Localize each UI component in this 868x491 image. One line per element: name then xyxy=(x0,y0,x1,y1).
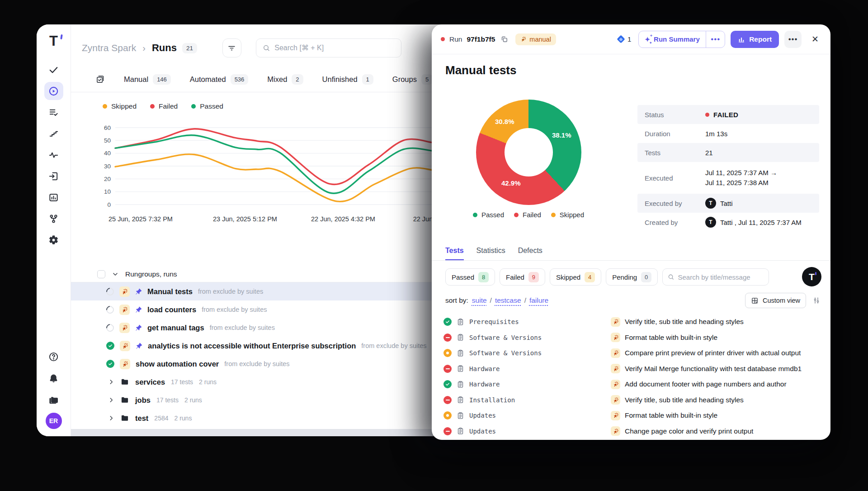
tab-tests[interactable]: Tests xyxy=(445,242,464,260)
chip-failed[interactable]: Failed9 xyxy=(500,268,545,286)
legend-passed: Passed xyxy=(473,211,504,219)
sidebar-item-checklist[interactable] xyxy=(44,103,63,121)
test-title-cell[interactable]: Verify title, sub title and heading styl… xyxy=(611,317,830,327)
more-actions-button[interactable]: ••• xyxy=(784,31,802,48)
run-origin: from exclude by suites xyxy=(224,360,289,367)
sidebar-item-runs[interactable] xyxy=(44,82,63,100)
global-search[interactable] xyxy=(256,38,401,57)
tab-defects[interactable]: Defects xyxy=(518,242,542,260)
run-title[interactable]: get manual tags xyxy=(147,324,204,332)
created-by-row: Created by TTatti , Jul 11, 2025 7:37 AM xyxy=(637,213,819,232)
copy-icon[interactable] xyxy=(500,35,508,43)
sidebar-item-projects[interactable] xyxy=(44,391,63,409)
report-bars-icon xyxy=(738,36,745,43)
chip-skipped[interactable]: Skipped4 xyxy=(550,268,601,286)
sort-by-failure[interactable]: failure xyxy=(529,296,548,305)
sidebar-item-notifications[interactable] xyxy=(44,369,63,387)
test-suite-cell[interactable]: Software & Versions xyxy=(443,334,611,342)
folder-name[interactable]: services xyxy=(135,378,165,386)
run-summary-button[interactable]: ✦+✦ Run Summary ••• xyxy=(638,31,725,48)
folder-name[interactable]: test xyxy=(135,414,148,423)
sidebar-item-analytics[interactable] xyxy=(44,188,63,206)
test-title-cell[interactable]: Format table with built-in style xyxy=(611,411,830,420)
linked-issues[interactable]: 1 xyxy=(618,35,631,43)
sort-by-suite[interactable]: suite xyxy=(472,296,487,305)
legend-skipped: Skipped xyxy=(551,211,584,219)
run-title[interactable]: Manual tests xyxy=(147,287,193,296)
tab-statistics[interactable]: Statistics xyxy=(476,242,505,260)
chip-pending[interactable]: Pending0 xyxy=(606,268,658,286)
tab-automated[interactable]: Automated536 xyxy=(190,74,249,85)
chevron-down-icon[interactable] xyxy=(112,271,119,278)
breadcrumb-project[interactable]: Zyntra Spark xyxy=(82,43,136,53)
sidebar-item-tasks[interactable] xyxy=(44,61,63,79)
test-suite-cell[interactable]: Hardware xyxy=(443,380,611,388)
tests-search[interactable] xyxy=(662,268,769,286)
run-status-table: Status FAILED Duration 1m 13s Tests 21 E… xyxy=(637,105,819,232)
test-suite-cell[interactable]: Software & Versions xyxy=(443,349,611,357)
run-title[interactable]: load counters xyxy=(147,305,196,314)
chevron-right-icon[interactable] xyxy=(108,415,114,421)
filter-button[interactable] xyxy=(222,38,241,57)
report-button[interactable]: Report xyxy=(731,31,779,48)
custom-view-button[interactable]: Custom view xyxy=(745,293,806,308)
tab-count: 146 xyxy=(153,74,171,85)
test-suite-cell[interactable]: Updates xyxy=(443,411,611,419)
running-status-icon xyxy=(105,322,116,333)
status-filter-chips: Passed8 Failed9 Skipped4 Pending0 xyxy=(445,268,769,286)
sidebar-item-steps[interactable] xyxy=(44,124,63,143)
folder-runs-count: 2 runs xyxy=(184,396,202,404)
test-title-cell[interactable]: Verify Mail Merge functionality with tes… xyxy=(611,364,830,373)
test-title-cell[interactable]: Change page color and verify print outpu… xyxy=(611,426,830,436)
tab-manual[interactable]: Manual146 xyxy=(124,74,171,85)
manual-badge[interactable]: manual xyxy=(515,33,556,45)
sort-by-testcase[interactable]: testcase xyxy=(495,296,521,305)
tab-unfinished[interactable]: Unfinished1 xyxy=(322,74,373,85)
sidebar-item-help[interactable] xyxy=(44,348,63,366)
run-title[interactable]: show automation cover xyxy=(136,360,219,368)
run-detail-tabs: Tests Statistics Defects xyxy=(432,242,830,261)
legend-passed: Passed xyxy=(191,102,223,110)
svg-text:20: 20 xyxy=(104,176,111,182)
test-suite-cell[interactable]: Updates xyxy=(443,427,611,435)
support-avatar-button[interactable]: T xyxy=(802,267,821,286)
test-title-cell[interactable]: Format table with built-in style xyxy=(611,333,830,342)
tab-mixed[interactable]: Mixed2 xyxy=(267,74,303,85)
chip-passed[interactable]: Passed8 xyxy=(445,268,495,286)
sliders-icon[interactable] xyxy=(812,296,821,305)
test-title-cell[interactable]: Verify title, sub title and heading styl… xyxy=(611,395,830,405)
select-all-checkbox[interactable] xyxy=(97,270,105,278)
table-grid-icon xyxy=(751,297,759,305)
sparkles-icon: ✦+✦ xyxy=(645,36,650,43)
test-suite-cell[interactable]: Prerequisites xyxy=(443,318,611,326)
folder-tests-count: 2584 xyxy=(154,415,168,422)
test-title-cell[interactable]: Compare print preview of printer driver … xyxy=(611,348,830,358)
test-suite-cell[interactable]: Hardware xyxy=(443,365,611,373)
sidebar-item-import[interactable] xyxy=(44,167,63,185)
passed-status-icon xyxy=(443,318,452,326)
app-logo[interactable]: T xyxy=(47,33,61,49)
folders-icon xyxy=(48,395,59,405)
multi-select-icon[interactable] xyxy=(95,75,105,84)
test-title-cell[interactable]: Add document footer with page numbers an… xyxy=(611,380,830,389)
folder-icon xyxy=(120,377,129,386)
run-summary-more-button[interactable]: ••• xyxy=(706,31,725,48)
sidebar-item-settings[interactable] xyxy=(44,231,63,249)
chevron-right-icon[interactable] xyxy=(108,379,114,385)
search-input[interactable] xyxy=(274,44,395,52)
sidebar-item-pulse[interactable] xyxy=(44,146,63,164)
tests-search-input[interactable] xyxy=(678,273,764,281)
tab-groups[interactable]: Groups5 xyxy=(392,74,433,85)
run-title[interactable]: analytics is not accessible without Ente… xyxy=(148,342,356,350)
folder-runs-count: 2 runs xyxy=(175,415,192,422)
close-icon[interactable]: ✕ xyxy=(809,31,821,47)
test-suite-cell[interactable]: Installation xyxy=(443,396,611,404)
manual-cursor-icon xyxy=(611,348,620,358)
bar-chart-icon xyxy=(48,192,59,203)
sidebar-item-branch[interactable] xyxy=(44,210,63,228)
folder-name[interactable]: jobs xyxy=(135,396,151,405)
user-avatar[interactable]: ER xyxy=(46,413,62,429)
chevron-right-icon[interactable] xyxy=(108,397,114,403)
x-tick-label: 22 Jun, 2025 4:32 PM xyxy=(311,215,375,223)
manual-cursor-icon xyxy=(611,333,620,342)
